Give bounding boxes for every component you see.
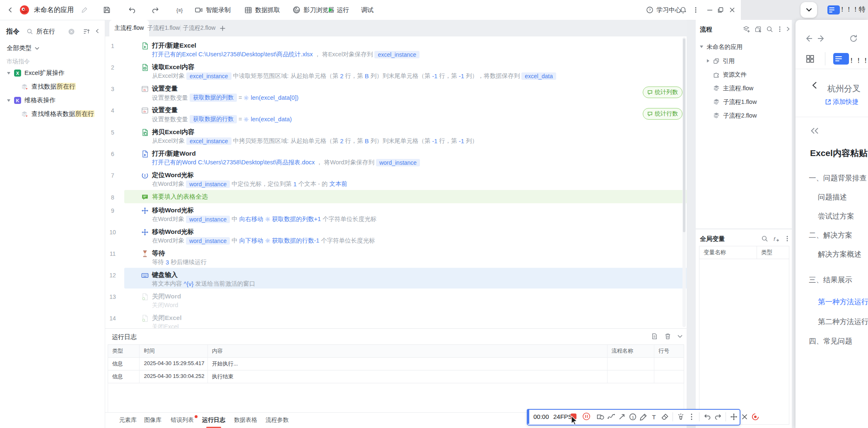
collapse-log-icon[interactable] xyxy=(677,333,683,339)
outline-item[interactable]: 三、结果展示 xyxy=(809,275,852,285)
doc-top-tab[interactable]: ！！！特 xyxy=(839,5,866,14)
flow-step[interactable]: 14关闭Excel关闭Excel xyxy=(105,314,687,328)
freehand-tool-icon[interactable] xyxy=(607,413,615,421)
pause-button[interactable] xyxy=(582,412,591,421)
tab-子流程2.flow[interactable]: 子流程2.flow xyxy=(181,20,217,36)
close-button[interactable] xyxy=(729,0,735,20)
flow-tree-item-子流程2.flow[interactable]: 子流程2.flow xyxy=(706,110,757,121)
redo-icon[interactable] xyxy=(152,0,160,20)
flow-step[interactable]: 4fx设置变量设置整数变量 获取数据的行数 = len(excel_data)统… xyxy=(105,106,687,127)
arrow-tool-icon[interactable] xyxy=(618,413,626,421)
add-flow-icon[interactable] xyxy=(743,26,750,33)
flow-step[interactable]: 6打开/新建Word打开已有的WordC:\Users\27358\Deskto… xyxy=(105,149,687,170)
outline-item[interactable]: 问题描述 xyxy=(818,192,847,202)
flow-tree-item-引用[interactable]: 引用 xyxy=(706,55,735,66)
flow-step[interactable]: 5拷贝Excel内容从Excel对象 excel_instance 中拷贝矩形范… xyxy=(105,128,687,149)
collapse-pill-button[interactable] xyxy=(800,2,817,18)
flow-step[interactable]: 1打开/新建Excel打开已有的ExcelC:\Users\27358\Desk… xyxy=(105,41,687,62)
flow-tree-item-主流程.flow[interactable]: 主流程.flow xyxy=(706,83,753,94)
clear-log-icon[interactable] xyxy=(664,333,671,340)
instruction-item[interactable]: 查找维格表数据所在行 xyxy=(21,110,94,118)
flow-step[interactable]: 13关闭Word关闭Word xyxy=(105,292,687,313)
maximize-button[interactable] xyxy=(717,0,724,20)
add-variable-icon[interactable]: f xyxy=(773,235,781,242)
doc-back-icon[interactable] xyxy=(810,80,820,90)
move-toolbar-icon[interactable] xyxy=(730,413,738,421)
flow-tree-item-子流程1.flow[interactable]: 子流程1.flow xyxy=(706,96,757,107)
nav-back-icon[interactable] xyxy=(804,34,813,43)
outline-item[interactable]: 第二种方法运行结果 xyxy=(818,317,868,327)
flow-more-icon[interactable] xyxy=(777,26,783,33)
close-toolbar-icon[interactable] xyxy=(740,413,749,421)
flow-tree-root[interactable]: 未命名的应用 xyxy=(699,41,743,52)
outline-item[interactable]: 二、解决方案 xyxy=(809,230,852,240)
tab-主流程.flow[interactable]: 主流程.flow xyxy=(109,20,149,36)
bell-icon[interactable] xyxy=(679,0,687,20)
active-doc-tab-label[interactable]: ！！！ xyxy=(848,56,868,65)
export-log-icon[interactable] xyxy=(651,333,658,340)
minimize-button[interactable] xyxy=(706,0,713,20)
clear-search-icon[interactable] xyxy=(68,29,75,35)
add-group-icon[interactable] xyxy=(755,26,762,33)
instruction-item[interactable]: 查找数据所在行 xyxy=(21,83,76,91)
outline-item[interactable]: 解决方案概述 xyxy=(818,249,861,259)
toolbar-drag-edge[interactable] xyxy=(527,409,529,424)
search-flow-icon[interactable] xyxy=(766,26,773,33)
outline-item[interactable]: 尝试过方案 xyxy=(818,211,854,221)
bottom-tab-元素库[interactable]: 元素库 xyxy=(119,413,137,428)
data-scrape-button[interactable]: 数据抓取 xyxy=(244,0,280,20)
flow-scrollbar[interactable] xyxy=(682,37,686,327)
collapse-sidebar-icon[interactable] xyxy=(94,28,100,34)
laser-tool-icon[interactable] xyxy=(677,413,685,421)
flow-step[interactable]: 12键盘输入将文本内容 ^{v} 发送给当前激活的窗口 xyxy=(105,271,687,291)
variable-manager-icon[interactable]: {≡} xyxy=(176,0,185,20)
learn-center-button[interactable]: ? 学习中心 xyxy=(646,0,681,20)
flow-step[interactable]: 11等待等待 3 秒后继续运行 xyxy=(105,249,687,270)
bottom-tab-图像库[interactable]: 图像库 xyxy=(144,413,162,428)
eraser-tool-icon[interactable] xyxy=(661,413,669,421)
bottom-tab-数据表格[interactable]: 数据表格 xyxy=(234,413,257,428)
flow-tree-item-资源文件[interactable]: 资源文件 xyxy=(706,69,747,80)
flow-step[interactable]: 3fx设置变量设置整数变量 获取数据的列数 = len(excel_data[0… xyxy=(105,84,687,105)
run-button[interactable]: 运行 xyxy=(327,0,349,20)
undo-draw-icon[interactable] xyxy=(703,413,711,421)
undo-icon[interactable] xyxy=(128,0,136,20)
instruction-search-input[interactable]: 所在行 xyxy=(36,28,55,36)
bottom-tab-流程参数[interactable]: 流程参数 xyxy=(265,413,289,428)
nav-forward-icon[interactable] xyxy=(817,34,826,43)
save-icon[interactable] xyxy=(103,0,111,20)
sidebar-group-2[interactable]: K维格表操作 xyxy=(7,96,55,104)
outline-item[interactable]: 四、常见问题 xyxy=(809,336,852,346)
smart-record-button[interactable]: 智能录制 xyxy=(195,0,231,20)
flow-step[interactable]: 7定位Word光标在Word对象 word_instance 中定位光标，定位到… xyxy=(105,171,687,192)
outline-item[interactable]: 一、问题背景排查 xyxy=(809,173,867,183)
annotation-badge[interactable]: 统计行数 xyxy=(643,108,682,120)
shape-tool-icon[interactable] xyxy=(596,413,605,421)
outline-collapse-icon[interactable] xyxy=(810,127,820,135)
toolbar-more-icon[interactable] xyxy=(687,413,696,421)
add-flow-tab-button[interactable] xyxy=(216,20,229,36)
pencil-tool-icon[interactable] xyxy=(639,413,648,421)
flow-step[interactable]: 2读取Excel内容从Excel对象 excel_instance 中读取矩形范… xyxy=(105,63,687,84)
globals-more-icon[interactable] xyxy=(784,235,790,242)
active-doc-tab-icon[interactable] xyxy=(833,53,849,65)
rename-pencil-icon[interactable] xyxy=(81,0,88,20)
add-shortcut-link[interactable]: 添加快捷 xyxy=(833,98,858,106)
type-filter-dropdown[interactable]: 全部类型 xyxy=(7,44,39,52)
tab-子流程1.flow[interactable]: 子流程1.flow xyxy=(146,20,181,36)
bottom-tab-运行日志[interactable]: 运行日志 xyxy=(202,413,225,428)
search-variable-icon[interactable] xyxy=(761,235,768,242)
sidebar-group-1[interactable]: XExcel扩展操作 xyxy=(7,69,65,77)
outline-item[interactable]: 第一种方法运行结果 xyxy=(818,297,868,307)
sort-icon[interactable] xyxy=(83,28,90,35)
annotation-badge[interactable]: 统计列数 xyxy=(643,87,682,98)
text-tool-icon[interactable]: T xyxy=(650,413,658,421)
back-chevron-icon[interactable] xyxy=(7,0,14,20)
flow-step[interactable]: 9移动Word光标在Word对象 word_instance 中 向右移动获取数… xyxy=(105,206,687,227)
record-icon[interactable] xyxy=(751,413,760,421)
flow-step[interactable]: 10移动Word光标在Word对象 word_instance 中 向下移动获取… xyxy=(105,228,687,248)
nav-reload-icon[interactable] xyxy=(849,34,858,43)
bottom-tab-错误列表[interactable]: 错误列表 xyxy=(171,413,194,428)
tab-grid-icon[interactable] xyxy=(806,55,814,63)
collapse-panel-icon[interactable] xyxy=(785,26,791,32)
